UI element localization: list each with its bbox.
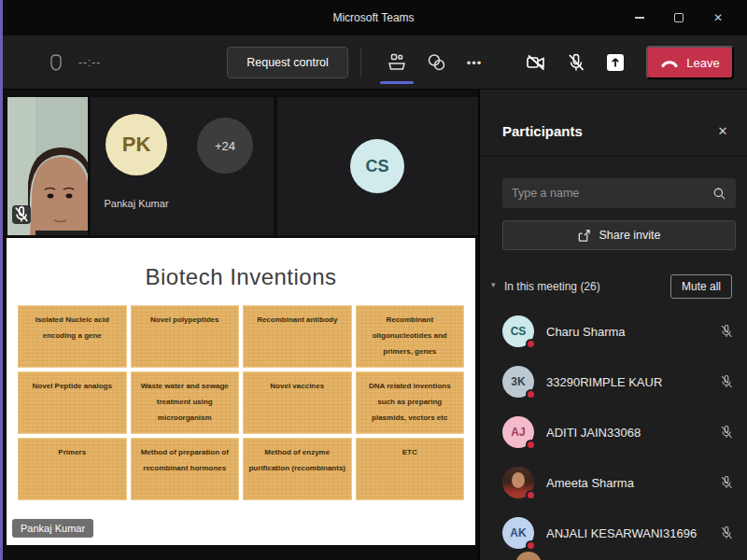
slide-table-cell: Method of enzyme purification (recombina… <box>243 438 352 500</box>
slide-table-cell: Recombinant oligonucleotides and primers… <box>356 305 465 368</box>
participant-row[interactable]: Ameeta Sharma <box>480 457 747 508</box>
participant-search[interactable] <box>502 178 736 208</box>
mute-all-button[interactable]: Mute all <box>670 274 732 299</box>
slide-table-cell: Method of preparation of recombinant hor… <box>131 438 240 500</box>
search-icon <box>712 187 726 201</box>
hangup-phone-icon <box>660 56 679 69</box>
minimize-icon <box>635 17 644 19</box>
participant-name-label: Pankaj Kumar <box>91 198 182 209</box>
participant-avatar: AJ <box>502 416 534 448</box>
more-options-button[interactable]: ••• <box>461 49 487 76</box>
reactions-icon <box>425 51 447 74</box>
reactions-button[interactable] <box>423 49 449 76</box>
slide-table-cell: Isolated Nucleic acid encoding a gene <box>18 305 127 368</box>
participant-name: Charu Sharma <box>546 325 715 339</box>
participant-row[interactable]: AJ ADITI JAIN33068 <box>480 407 747 457</box>
mic-muted-icon <box>715 475 734 490</box>
avatar-cs: CS <box>350 139 404 193</box>
mic-muted-icon <box>715 525 734 540</box>
section-label: In this meeting (26) <box>504 280 600 293</box>
participant-row[interactable]: AK ANJALI KESARWANI31696 <box>480 508 747 558</box>
mic-muted-icon <box>715 425 734 440</box>
video-tile-gallery[interactable]: PK Pankaj Kumar +24 <box>91 97 274 235</box>
share-tray-button[interactable] <box>602 49 628 76</box>
search-input[interactable] <box>512 187 712 200</box>
request-control-button[interactable]: Request control <box>227 47 348 78</box>
slide-table-cell: Novel polypeptides <box>131 305 240 368</box>
presence-busy-dot <box>526 389 536 399</box>
teams-window: Microsoft Teams ✕ --:-- Request control <box>0 0 747 560</box>
camera-off-icon <box>525 51 547 74</box>
presence-busy-dot <box>526 490 536 500</box>
slide-table: Isolated Nucleic acid encoding a geneNov… <box>18 305 464 500</box>
presence-busy-dot <box>526 440 536 450</box>
mic-muted-icon <box>715 374 734 389</box>
panel-close-button[interactable]: ✕ <box>713 121 732 140</box>
slide-table-cell: Primers <box>18 438 127 500</box>
share-invite-button[interactable]: Share invite <box>502 220 736 250</box>
window-controls: ✕ <box>631 0 726 35</box>
participant-avatar <box>502 467 534 498</box>
close-button[interactable]: ✕ <box>710 9 726 26</box>
slide-table-cell: ETC <box>356 438 465 500</box>
maximize-icon <box>674 13 684 22</box>
share-screen-button[interactable] <box>384 49 410 76</box>
presenter-name-tag: Pankaj Kumar <box>12 519 93 538</box>
background-window-sliver <box>0 0 3 560</box>
maximize-button[interactable] <box>670 9 687 26</box>
shield-icon <box>49 53 63 72</box>
presence-busy-dot <box>526 540 536 551</box>
participant-avatar: 3K <box>502 366 534 398</box>
participants-panel: Participants ✕ <box>478 90 747 560</box>
camera-toggle-button[interactable] <box>523 49 549 76</box>
leave-label: Leave <box>686 56 719 70</box>
call-toolbar: --:-- Request control ••• <box>0 35 747 90</box>
mic-toggle-button[interactable] <box>563 49 589 76</box>
avatar-initials: 3K <box>511 375 525 388</box>
window-title: Microsoft Teams <box>332 11 414 24</box>
participant-name: Ameeta Sharma <box>546 476 715 490</box>
slide-table-cell: Waste water and sewage treatment using m… <box>131 371 240 434</box>
share-invite-label: Share invite <box>599 229 660 242</box>
participant-avatar: AK <box>502 517 534 549</box>
close-icon: ✕ <box>713 11 723 24</box>
video-tile-self[interactable] <box>7 97 88 235</box>
panel-title: Participants <box>502 123 583 139</box>
meeting-timer: --:-- <box>49 35 101 90</box>
toolbar-divider <box>360 49 361 77</box>
share-invite-icon <box>577 229 591 243</box>
tile-mic-muted-badge <box>12 205 31 224</box>
avatar-initials: AK <box>510 526 526 539</box>
title-bar: Microsoft Teams ✕ <box>0 0 747 35</box>
more-options-icon: ••• <box>467 56 483 70</box>
participant-name: ADITI JAIN33068 <box>546 426 715 440</box>
panel-header: Participants ✕ <box>480 90 747 157</box>
close-icon: ✕ <box>718 124 728 138</box>
meeting-stage: PK Pankaj Kumar +24 CS Biotech Invention… <box>0 90 478 560</box>
meeting-main: PK Pankaj Kumar +24 CS Biotech Invention… <box>0 90 747 560</box>
active-tab-underline <box>380 81 414 84</box>
collapse-caret-icon[interactable]: ▾ <box>491 280 496 289</box>
participant-row[interactable]: CS Charu Sharma <box>480 306 747 357</box>
presence-busy-dot <box>526 339 536 349</box>
participant-name: ANJALI KESARWANI31696 <box>546 526 715 540</box>
overflow-count-badge: +24 <box>197 118 253 174</box>
timer-text: --:-- <box>78 56 101 69</box>
mic-off-icon <box>565 51 587 74</box>
slide-table-cell: Novel vaccines <box>243 371 352 434</box>
mic-muted-icon <box>715 324 734 339</box>
slide-table-cell: DNA related inventions such as preparing… <box>356 371 465 434</box>
slide-table-cell: Novel Peptide analogs <box>18 371 127 434</box>
leave-button[interactable]: Leave <box>646 46 734 79</box>
video-tile-cs[interactable]: CS <box>277 97 478 235</box>
minimize-button[interactable] <box>631 9 648 26</box>
avatar-initials: CS <box>511 325 527 338</box>
share-screen-icon <box>386 51 408 74</box>
avatar-pankaj-kumar: PK <box>106 114 167 175</box>
participant-avatar: CS <box>502 315 534 347</box>
participant-list: CS Charu Sharma 3K 33290RIMPLE KAUR <box>480 306 747 558</box>
participant-row[interactable]: 3K 33290RIMPLE KAUR <box>480 357 747 407</box>
participant-name: 33290RIMPLE KAUR <box>546 375 715 389</box>
avatar-initials: AJ <box>511 426 525 439</box>
share-tray-icon <box>605 52 626 73</box>
